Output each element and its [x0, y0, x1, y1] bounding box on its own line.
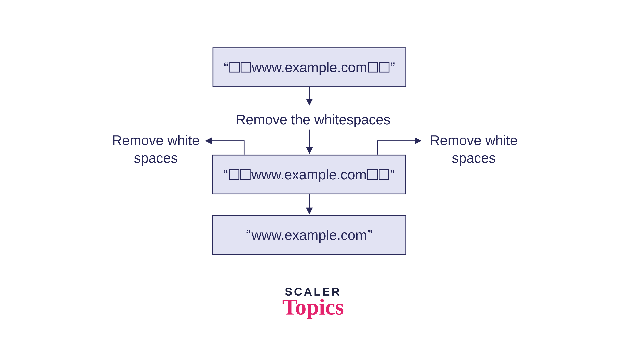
side-left-line1: Remove white [112, 132, 199, 148]
side-left-line2: spaces [134, 150, 178, 166]
whitespace-icon [229, 169, 239, 180]
logo-topics-text: Topics [282, 294, 344, 320]
whitespace-icon [229, 62, 239, 72]
side-right-line1: Remove white [430, 132, 517, 148]
whitespace-icon [379, 169, 389, 180]
whitespace-icon [240, 62, 251, 72]
quote-open: “ [246, 227, 250, 243]
middle-string-text: “ www.example.com ” [223, 166, 395, 182]
quote-close: ” [391, 59, 395, 75]
step-label: Remove the whitespaces [0, 112, 626, 128]
url-text: www.example.com [252, 59, 367, 75]
middle-string-box: “ www.example.com ” [212, 154, 406, 194]
side-label-left: Remove white spaces [108, 132, 203, 167]
whitespace-icon [240, 169, 250, 180]
side-label-right: Remove white spaces [426, 132, 521, 167]
input-string-text: “ www.example.com ” [224, 59, 395, 75]
quote-open: “ [223, 166, 228, 182]
input-string-box: “ www.example.com ” [212, 47, 406, 87]
quote-close: ” [368, 227, 372, 243]
whitespace-icon [368, 62, 378, 72]
whitespace-icon [367, 169, 378, 180]
side-right-line2: spaces [452, 150, 496, 166]
url-text: www.example.com [251, 227, 367, 243]
whitespace-icon [379, 62, 390, 72]
output-string-text: “ www.example.com ” [246, 227, 372, 243]
quote-close: ” [390, 166, 395, 182]
brand-logo: SCALER Topics [282, 285, 344, 320]
url-text: www.example.com [251, 166, 367, 182]
output-string-box: “ www.example.com ” [212, 215, 406, 255]
quote-open: “ [224, 59, 228, 75]
